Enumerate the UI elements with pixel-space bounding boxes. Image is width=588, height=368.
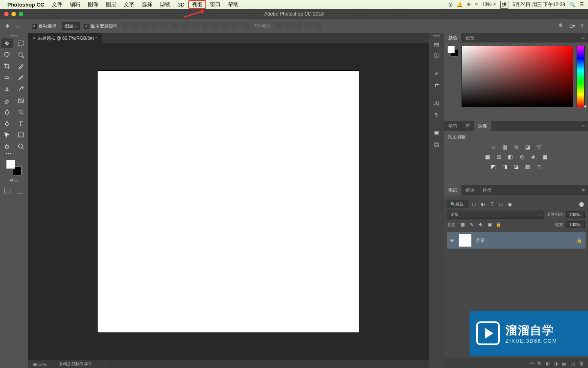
tab-learn[interactable]: 学习 (444, 121, 461, 131)
spotlight-icon[interactable]: 🔍 (569, 2, 575, 7)
filter-pixel-icon[interactable]: ▢ (471, 201, 477, 207)
clone-stamp-tool[interactable] (1, 84, 13, 94)
filter-toggle[interactable]: ⬤ (578, 201, 585, 207)
fill-adjust-icon[interactable]: ◑ (554, 361, 558, 366)
layer-fx-icon[interactable]: fx (538, 361, 541, 366)
hue-slider[interactable] (577, 46, 585, 107)
crop-tool[interactable] (1, 61, 13, 71)
lasso-tool[interactable] (1, 50, 13, 60)
filter-smart-icon[interactable]: ▣ (507, 201, 513, 207)
exposure-icon[interactable]: ◪ (524, 144, 531, 150)
layer-filter-type[interactable]: 🔍 类型 (448, 200, 468, 208)
zoom-readout[interactable]: 66.67% (33, 362, 47, 367)
auto-align-icon[interactable] (243, 22, 250, 29)
hue-sat-icon[interactable]: ▦ (484, 153, 491, 160)
levels-icon[interactable]: ▥ (501, 144, 508, 150)
bw-icon[interactable]: ◧ (507, 153, 514, 160)
zoom-tool[interactable] (15, 141, 27, 151)
swap-colors-icon[interactable]: ⇄ (10, 178, 13, 182)
auto-select-target[interactable]: 图层 (62, 22, 80, 30)
panel-menu-icon[interactable]: ≡ (579, 123, 588, 128)
opacity-value[interactable]: 100% (566, 211, 585, 218)
dock-grip[interactable] (433, 35, 440, 36)
lock-artboard-icon[interactable]: ▣ (486, 222, 493, 228)
tab-layers[interactable]: 图层 (444, 185, 461, 195)
lock-icon[interactable]: 🔒 (577, 238, 582, 243)
panel-color-swatches[interactable] (448, 46, 458, 56)
layer-name[interactable]: 背景 (476, 238, 485, 244)
eraser-tool[interactable] (1, 96, 13, 105)
align-top-icon[interactable] (122, 22, 129, 29)
fill-value[interactable]: 100% (566, 221, 585, 228)
menu-filter[interactable]: 滤镜 (156, 0, 174, 9)
tab-channels[interactable]: 通道 (461, 185, 479, 195)
filter-adjust-icon[interactable]: ◐ (480, 201, 486, 207)
lock-pixels-icon[interactable]: ▦ (459, 222, 466, 228)
menu-edit[interactable]: 编辑 (66, 0, 84, 9)
gradient-tool[interactable] (15, 96, 27, 105)
type-tool[interactable]: T (15, 119, 27, 128)
blur-tool[interactable] (1, 107, 13, 117)
history-brush-tool[interactable] (15, 84, 27, 94)
quickmask-icon[interactable] (4, 188, 11, 193)
brush-settings-panel-icon[interactable]: ⇄ (430, 80, 443, 90)
properties-panel-icon[interactable]: ⓘ (430, 50, 443, 61)
tab-color[interactable]: 颜色 (444, 33, 461, 43)
move-tool[interactable]: ✥ (1, 38, 13, 48)
auto-select-checkbox[interactable]: ✓自动选择: (32, 23, 58, 29)
brush-tool[interactable] (15, 73, 27, 83)
search-icon[interactable]: 🔍 (559, 23, 564, 29)
wifi-icon[interactable]: ⌔ (475, 2, 478, 7)
show-transform-checkbox[interactable]: ✓显示变换控件 (84, 23, 118, 29)
foreground-color[interactable] (6, 160, 15, 169)
gradient-map-icon[interactable]: ▥ (524, 163, 531, 170)
cc-icon[interactable]: ◎ (448, 2, 452, 7)
layers-comp-panel-icon[interactable]: ▣ (430, 127, 443, 138)
notes-panel-icon[interactable]: ▤ (430, 139, 443, 149)
visibility-toggle-icon[interactable]: 👁 (450, 238, 454, 243)
lock-paint-icon[interactable]: ✎ (468, 222, 475, 228)
layer-thumbnail[interactable] (459, 234, 472, 247)
edit-toolbar-button[interactable] (2, 153, 25, 154)
control-center-icon[interactable]: ☰ (579, 2, 584, 7)
lock-all-icon[interactable]: 🔒 (495, 222, 502, 228)
menu-3d[interactable]: 3D (174, 1, 188, 9)
share-icon[interactable]: ⇪ (580, 23, 584, 29)
default-colors-icon[interactable]: ◱ (14, 178, 18, 182)
vibrance-icon[interactable]: ▽ (535, 144, 543, 150)
battery-status[interactable]: 13% ⚡︎ (482, 2, 496, 7)
workspace-switcher-icon[interactable]: ◻▾ (569, 23, 575, 29)
tool-preset-dropdown[interactable]: ⌵ (15, 22, 21, 29)
filter-type-icon[interactable]: T (489, 201, 495, 207)
panel-menu-icon[interactable]: ≡ (579, 188, 588, 193)
hand-tool[interactable] (1, 141, 13, 151)
tab-swatches[interactable]: 色板 (461, 33, 479, 43)
rectangle-tool[interactable] (15, 130, 27, 140)
tab-close-icon[interactable]: × (33, 36, 35, 40)
tab-paths[interactable]: 路径 (479, 185, 496, 195)
history-panel-icon[interactable]: ▤ (430, 39, 443, 49)
minimize-window-button[interactable] (11, 12, 16, 16)
menu-layer[interactable]: 图层 (102, 0, 120, 9)
color-balance-icon[interactable]: ⚖ (495, 153, 503, 160)
invert-icon[interactable]: ◩ (490, 163, 497, 170)
paragraph-panel-icon[interactable]: ¶ (430, 109, 443, 120)
menu-help[interactable]: 帮助 (224, 0, 242, 9)
lock-position-icon[interactable]: ✥ (477, 222, 484, 228)
notification-icon[interactable]: 🔔 (457, 2, 463, 7)
color-field[interactable] (461, 46, 573, 107)
close-window-button[interactable] (4, 12, 9, 16)
menu-view[interactable]: 视图 (188, 0, 206, 9)
new-group-icon[interactable]: ▣ (562, 361, 566, 366)
link-layers-icon[interactable]: ⚯ (530, 361, 534, 366)
bluetooth-icon[interactable]: ⁜ (467, 2, 471, 7)
photo-filter-icon[interactable]: ◎ (518, 153, 526, 160)
document-tab[interactable]: × 未标题-1 @ 66.7%(RGB/8#) * (28, 33, 102, 43)
tab-libraries[interactable]: 库 (461, 121, 474, 131)
menu-select[interactable]: 选择 (138, 0, 156, 9)
canvas-viewport[interactable] (28, 43, 429, 360)
color-lookup-icon[interactable]: ▦ (541, 153, 548, 160)
selective-color-icon[interactable]: ◫ (535, 163, 543, 170)
pen-tool[interactable] (1, 119, 13, 128)
doc-info[interactable]: 文档:2.86M/0 字节 (59, 361, 92, 367)
